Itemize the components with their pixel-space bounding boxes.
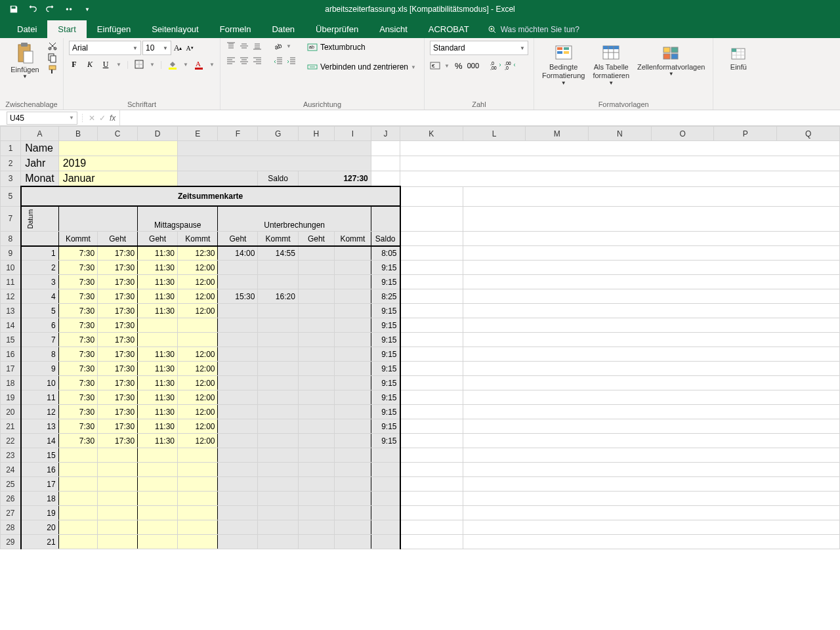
col-header[interactable]: K	[400, 127, 463, 141]
col-header[interactable]: I	[335, 127, 371, 141]
tab-überprüfen[interactable]: Überprüfen	[305, 20, 369, 38]
worksheet-grid[interactable]: ABCDEFGHIJKLMNOPQ1Name2Jahr20193MonatJan…	[0, 126, 840, 549]
cell-styles-button[interactable]: Zellenformatvorlagen▼	[635, 41, 707, 78]
increase-indent-icon[interactable]	[286, 55, 297, 66]
increase-font-icon[interactable]: A▴	[173, 43, 183, 53]
format-painter-icon[interactable]	[47, 64, 58, 75]
percent-icon[interactable]: %	[453, 60, 464, 71]
row-header[interactable]: 20	[1, 405, 21, 419]
insert-cells-button[interactable]: Einfü	[719, 41, 758, 72]
col-header[interactable]: M	[526, 127, 589, 141]
row-header[interactable]: 27	[1, 506, 21, 520]
row-header[interactable]: 18	[1, 376, 21, 390]
underline-button[interactable]: U	[100, 60, 111, 70]
svg-rect-34	[671, 47, 678, 52]
enter-formula-icon[interactable]: ✓	[99, 114, 106, 123]
align-right-icon[interactable]	[252, 55, 262, 66]
qat-dropdown-icon[interactable]: ▼	[80, 2, 94, 16]
col-header[interactable]: J	[371, 127, 400, 141]
bold-button[interactable]: F	[69, 60, 79, 70]
row-header[interactable]: 16	[1, 347, 21, 362]
row-header[interactable]: 12	[1, 289, 21, 304]
comma-style-icon[interactable]: 000	[468, 60, 478, 71]
col-header[interactable]: A	[21, 127, 58, 141]
decrease-font-icon[interactable]: A▾	[184, 43, 195, 53]
orientation-icon[interactable]: ab	[273, 41, 284, 51]
redo-icon[interactable]	[43, 2, 58, 16]
row-header[interactable]: 13	[1, 304, 21, 318]
col-header[interactable]: G	[258, 127, 298, 141]
row-header[interactable]: 22	[1, 434, 21, 448]
svg-text:A: A	[196, 60, 201, 68]
fill-color-icon[interactable]	[167, 59, 178, 70]
row-header[interactable]: 19	[1, 390, 21, 405]
row-header[interactable]: 29	[1, 535, 21, 549]
tab-formeln[interactable]: Formeln	[209, 20, 262, 38]
formula-input[interactable]	[119, 110, 840, 125]
save-icon[interactable]	[7, 2, 21, 16]
tab-datei[interactable]: Datei	[7, 20, 47, 38]
row-header[interactable]: 24	[1, 463, 21, 477]
col-header[interactable]: N	[589, 127, 652, 141]
col-header[interactable]: L	[463, 127, 526, 141]
tab-daten[interactable]: Daten	[261, 20, 305, 38]
row-header[interactable]: 28	[1, 520, 21, 535]
row-header[interactable]: 1	[1, 141, 21, 156]
col-header[interactable]: B	[58, 127, 98, 141]
copy-icon[interactable]	[47, 52, 58, 63]
group-label: Schriftart	[69, 99, 215, 108]
tab-ansicht[interactable]: Ansicht	[369, 20, 418, 38]
row-header[interactable]: 10	[1, 261, 21, 275]
col-header[interactable]: O	[651, 127, 714, 141]
decrease-indent-icon[interactable]	[273, 55, 284, 66]
row-header[interactable]: 14	[1, 318, 21, 333]
row-header[interactable]: 15	[1, 333, 21, 347]
tab-einfügen[interactable]: Einfügen	[87, 20, 141, 38]
cut-icon[interactable]	[47, 41, 58, 51]
tell-me-search[interactable]: Was möchten Sie tun?	[480, 21, 587, 38]
align-bottom-icon[interactable]	[252, 41, 262, 51]
merge-center-button[interactable]: Verbinden und zentrieren ▼	[304, 60, 419, 74]
conditional-formatting-button[interactable]: Bedingte Formatierung▼	[539, 41, 587, 87]
col-header[interactable]: H	[298, 127, 334, 141]
col-header[interactable]: F	[218, 127, 258, 141]
align-center-icon[interactable]	[239, 55, 249, 66]
name-box[interactable]: U45▼	[7, 112, 77, 125]
row-header[interactable]: 17	[1, 362, 21, 376]
row-header[interactable]: 21	[1, 419, 21, 434]
format-as-table-button[interactable]: Als Tabelle formatieren▼	[590, 41, 632, 87]
align-left-icon[interactable]	[226, 55, 236, 66]
tab-start[interactable]: Start	[47, 20, 86, 38]
font-name-combo[interactable]: Arial▼	[69, 41, 141, 55]
borders-icon[interactable]	[134, 59, 144, 70]
row-header[interactable]: 9	[1, 246, 21, 261]
number-format-combo[interactable]: Standard▼	[430, 41, 528, 55]
select-all-corner[interactable]	[1, 127, 21, 141]
row-header[interactable]: 26	[1, 492, 21, 506]
col-header[interactable]: E	[178, 127, 218, 141]
tab-acrobat[interactable]: ACROBAT	[418, 20, 480, 38]
col-header[interactable]: D	[138, 127, 178, 141]
col-header[interactable]: Q	[777, 127, 840, 141]
align-middle-icon[interactable]	[239, 41, 249, 51]
row-header[interactable]: 23	[1, 448, 21, 463]
italic-button[interactable]: K	[85, 60, 95, 70]
font-color-icon[interactable]: A	[194, 59, 204, 70]
font-size-combo[interactable]: 10▼	[142, 41, 171, 55]
row-header[interactable]: 11	[1, 275, 21, 289]
decrease-decimal-icon[interactable]: ,00,0	[505, 60, 515, 71]
group-styles: Bedingte Formatierung▼ Als Tabelle forma…	[534, 38, 713, 110]
paste-button[interactable]: Einfügen ▼	[5, 41, 45, 81]
tab-seitenlayout[interactable]: Seitenlayout	[141, 20, 209, 38]
col-header[interactable]: C	[98, 127, 138, 141]
fx-icon[interactable]: fx	[110, 114, 119, 123]
wrap-text-button[interactable]: abTextumbruch	[304, 41, 419, 54]
cancel-formula-icon[interactable]: ✕	[89, 114, 95, 123]
accounting-format-icon[interactable]: €	[430, 60, 440, 71]
row-header[interactable]: 25	[1, 477, 21, 492]
increase-decimal-icon[interactable]: ,0,00	[490, 60, 501, 71]
touch-mode-icon[interactable]	[62, 2, 76, 16]
align-top-icon[interactable]	[226, 41, 236, 51]
undo-icon[interactable]	[25, 2, 39, 16]
col-header[interactable]: P	[714, 127, 777, 141]
